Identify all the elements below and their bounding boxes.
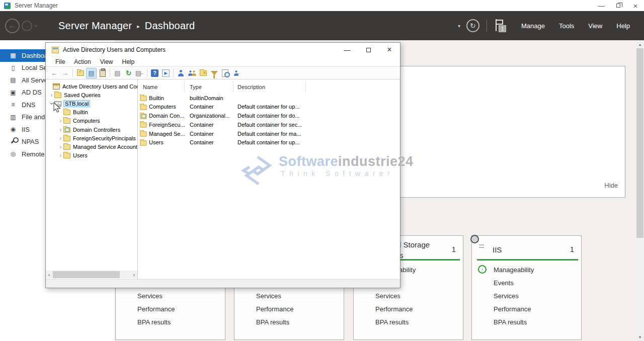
list-row-builtin[interactable]: BuiltinbuiltinDomain — [138, 94, 400, 103]
breadcrumb: Server Manager ▸ Dashboard — [58, 20, 195, 32]
tile-item-label: Performance — [256, 305, 293, 313]
history-dropdown-icon[interactable]: ▾ — [35, 23, 37, 29]
delegate-icon[interactable] — [231, 68, 242, 78]
aduc-close-button[interactable]: × — [379, 43, 400, 57]
list-row-computers[interactable]: ComputersContainerDefault container for … — [138, 103, 400, 112]
scrollbar-thumb[interactable] — [636, 48, 643, 238]
tile-iis[interactable]: IIS1↑ManageabilityEventsServicesPerforma… — [471, 235, 582, 340]
tree-collapsed-icon[interactable]: › — [58, 127, 63, 133]
tree-item-computers[interactable]: ›Computers — [46, 117, 137, 125]
aduc-titlebar[interactable]: Active Directory Users and Computers — × — [46, 43, 400, 57]
tree-item-users[interactable]: ›Users — [46, 151, 137, 160]
tile-item-events[interactable]: Events — [472, 276, 581, 289]
tree-item-active-directory-users-and-computers[interactable]: Active Directory Users and Computers — [46, 82, 137, 91]
menu-tools[interactable]: Tools — [552, 17, 581, 35]
column-divider[interactable] — [233, 81, 233, 92]
hide-link[interactable]: Hide — [604, 182, 618, 189]
export-list-icon[interactable]: ▤ — [112, 68, 123, 78]
tree-item-stb-local[interactable]: ›STB.local — [46, 99, 137, 108]
breadcrumb-server-manager[interactable]: Server Manager — [58, 20, 132, 32]
menu-view[interactable]: View — [581, 17, 609, 35]
folder-icon — [63, 110, 70, 115]
tile-item-performance[interactable]: Performance — [234, 302, 344, 315]
aduc-menu-action[interactable]: Action — [69, 58, 95, 65]
navbar-divider — [487, 20, 487, 32]
find-icon[interactable] — [220, 68, 230, 78]
tile-item-bpa-results[interactable]: BPA results — [472, 315, 581, 328]
tree-collapsed-icon[interactable]: › — [58, 118, 63, 124]
create-ou-icon[interactable] — [198, 68, 208, 78]
minimize-button[interactable]: — — [593, 0, 610, 11]
tile-item-bpa-results[interactable]: BPA results — [354, 315, 463, 328]
show-console-tree-icon[interactable]: ▤ — [86, 68, 97, 78]
menu-help[interactable]: Help — [609, 17, 637, 35]
menu-manage[interactable]: Manage — [514, 17, 552, 35]
refresh-icon[interactable]: ↻ — [466, 19, 479, 32]
tile-item-manageability[interactable]: ↑Manageability — [472, 263, 581, 276]
tile-item-bpa-results[interactable]: BPA results — [234, 315, 344, 328]
tree-collapsed-icon[interactable]: › — [49, 92, 54, 98]
scroll-right-icon[interactable]: › — [131, 271, 137, 279]
scroll-down-icon[interactable]: ▾ — [636, 333, 644, 341]
forward-button[interactable]: → — [22, 21, 32, 31]
all-servers-icon: ▤ — [9, 76, 17, 83]
tree-scrollbar-thumb[interactable] — [53, 271, 120, 278]
aduc-window-controls: — × — [337, 43, 400, 57]
tile-item-services[interactable]: Services — [234, 289, 344, 302]
cell-name: Users — [149, 139, 164, 145]
tile-item-services[interactable]: Services — [116, 289, 225, 302]
tree-item-builtin[interactable]: Builtin — [46, 108, 137, 117]
tile-item-services[interactable]: Services — [354, 289, 463, 302]
aduc-menu-view[interactable]: View — [96, 58, 118, 65]
list-row-managed-se[interactable]: Managed Se...ContainerDefault container … — [138, 129, 400, 138]
scroll-left-icon[interactable]: ‹ — [46, 271, 52, 279]
back-icon[interactable]: ← — [49, 68, 59, 78]
tree-collapsed-icon[interactable]: › — [58, 152, 63, 158]
tree-collapsed-icon[interactable]: › — [58, 135, 63, 141]
tree-item-label: Managed Service Accounts — [73, 144, 138, 150]
main-vertical-scrollbar[interactable]: ▴ ▾ — [636, 40, 644, 341]
tile-item-label: Performance — [375, 305, 413, 313]
tile-item-services[interactable]: Services — [472, 289, 581, 302]
tree-collapsed-icon[interactable]: › — [58, 144, 63, 150]
tree-horizontal-scrollbar[interactable]: ‹ › — [46, 271, 137, 279]
up-one-level-icon[interactable] — [75, 68, 86, 78]
list-row-domain-con[interactable]: Domain Con...Organizational...Default co… — [138, 112, 400, 121]
show-action-pane-icon[interactable]: ▶ — [160, 68, 171, 78]
column-header-name[interactable]: Name — [143, 84, 157, 90]
column-header-type[interactable]: Type — [190, 84, 202, 90]
create-user-icon[interactable] — [176, 68, 186, 78]
create-group-icon[interactable] — [187, 68, 197, 78]
tree-item-foreignsecurityprincipals[interactable]: ›ForeignSecurityPrincipals — [46, 134, 137, 142]
list-row-foreignsecu[interactable]: ForeignSecu...ContainerDefault container… — [138, 120, 400, 129]
restore-button[interactable] — [610, 0, 627, 11]
aduc-maximize-button[interactable] — [358, 43, 379, 57]
export-icon[interactable]: ▤→ — [134, 68, 145, 78]
aduc-menu-file[interactable]: File — [51, 58, 69, 65]
tile-item-bpa-results[interactable]: BPA results — [116, 315, 225, 328]
tile-item-performance[interactable]: Performance — [472, 302, 581, 315]
column-divider[interactable] — [305, 81, 306, 92]
properties-icon[interactable] — [97, 68, 108, 78]
refresh-icon[interactable]: ↻ — [123, 68, 134, 78]
tree-item-domain-controllers[interactable]: ›Domain Controllers — [46, 125, 137, 134]
back-button[interactable]: ← — [5, 19, 20, 33]
aduc-menu-help[interactable]: Help — [118, 58, 139, 65]
notifications-dropdown-icon[interactable]: ▾ — [458, 23, 460, 29]
tree-item-managed-service-accounts[interactable]: ›Managed Service Accounts — [46, 142, 137, 151]
list-row-users[interactable]: UsersContainerDefault container for up..… — [138, 138, 400, 147]
notifications-flag-icon[interactable]: 1 — [494, 19, 506, 32]
column-header-description[interactable]: Description — [237, 84, 265, 90]
help-icon[interactable]: ? — [149, 68, 160, 78]
forward-icon[interactable]: → — [60, 68, 70, 78]
tree-expanded-icon[interactable]: › — [49, 101, 55, 106]
aduc-minimize-button[interactable]: — — [337, 43, 358, 57]
tile-item-performance[interactable]: Performance — [354, 302, 463, 315]
scroll-up-icon[interactable]: ▴ — [636, 40, 644, 48]
tile-item-performance[interactable]: Performance — [116, 302, 225, 315]
tree-item-saved-queries[interactable]: ›Saved Queries — [46, 91, 137, 99]
filter-icon[interactable] — [209, 68, 219, 78]
column-divider[interactable] — [184, 81, 185, 92]
tile-item-label: Events — [494, 279, 514, 287]
close-button[interactable]: × — [627, 0, 644, 11]
